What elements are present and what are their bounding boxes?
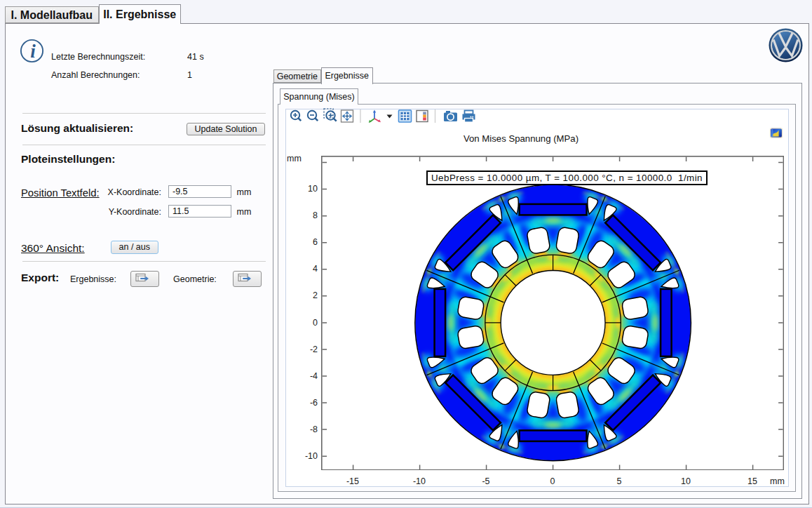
svg-text:i: i bbox=[30, 41, 36, 62]
